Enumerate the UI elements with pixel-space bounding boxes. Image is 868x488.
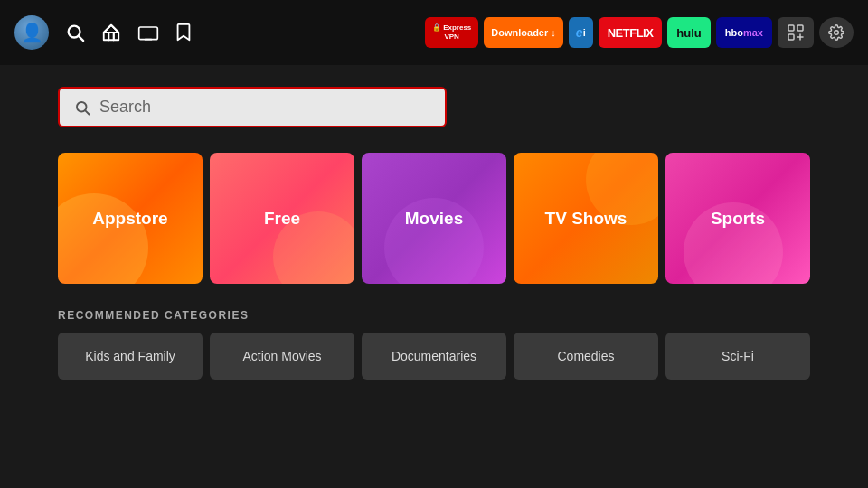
categories-row: Kids and Family Action Movies Documentar… xyxy=(58,333,810,380)
category-kids-and-family[interactable]: Kids and Family xyxy=(58,333,203,380)
category-action-movies-label: Action Movies xyxy=(242,349,321,363)
settings-badge[interactable] xyxy=(819,17,854,48)
tv-icon[interactable] xyxy=(137,23,159,42)
tile-sports-label: Sports xyxy=(711,209,765,229)
avatar[interactable]: 👤 xyxy=(14,15,49,50)
downloader-badge[interactable]: Downloader ↓ xyxy=(484,17,563,48)
search-nav-icon[interactable] xyxy=(65,23,85,42)
search-icon xyxy=(74,99,90,116)
user-icon: 👤 xyxy=(21,22,43,43)
tile-appstore-label: Appstore xyxy=(92,209,167,229)
grid-badge[interactable] xyxy=(778,17,814,48)
category-comedies-label: Comedies xyxy=(557,349,614,363)
category-kids-and-family-label: Kids and Family xyxy=(85,349,175,363)
recommended-section: RECOMMENDED CATEGORIES Kids and Family A… xyxy=(58,309,810,380)
search-placeholder-text: Search xyxy=(99,98,151,117)
svg-point-8 xyxy=(835,31,839,35)
nav-apps: 🔒 ExpressVPN Downloader ↓ ei NETFLIX hul… xyxy=(425,17,854,48)
main-content: Search Appstore Free Movies TV Shows Spo… xyxy=(0,65,868,398)
tile-appstore[interactable]: Appstore xyxy=(58,153,203,284)
home-icon[interactable] xyxy=(101,23,121,42)
recommended-label: RECOMMENDED CATEGORIES xyxy=(58,309,810,322)
category-documentaries-label: Documentaries xyxy=(392,349,476,363)
bookmark-icon[interactable] xyxy=(175,23,192,42)
expressvpn-badge[interactable]: 🔒 ExpressVPN xyxy=(425,17,478,48)
svg-rect-3 xyxy=(139,27,158,40)
netflix-badge[interactable]: NETFLIX xyxy=(599,17,663,48)
svg-line-10 xyxy=(85,110,89,114)
svg-rect-5 xyxy=(788,25,794,31)
svg-rect-2 xyxy=(104,33,119,40)
tile-free-label: Free xyxy=(264,209,300,229)
tile-free[interactable]: Free xyxy=(210,153,354,284)
tile-tvshows[interactable]: TV Shows xyxy=(514,153,658,284)
tile-movies-label: Movies xyxy=(405,209,463,229)
svg-rect-6 xyxy=(797,25,803,31)
top-nav: 👤 🔒 ExpressV xyxy=(0,0,868,65)
category-documentaries[interactable]: Documentaries xyxy=(362,333,506,380)
tile-sports[interactable]: Sports xyxy=(665,153,810,284)
tile-tvshows-label: TV Shows xyxy=(545,209,627,229)
category-sci-fi-label: Sci-Fi xyxy=(722,349,754,363)
tile-movies[interactable]: Movies xyxy=(362,153,506,284)
ei-badge[interactable]: ei xyxy=(569,17,593,48)
category-comedies[interactable]: Comedies xyxy=(514,333,658,380)
nav-left: 👤 xyxy=(14,15,192,50)
hulu-badge[interactable]: hulu xyxy=(667,17,710,48)
svg-line-1 xyxy=(79,36,83,41)
search-container: Search xyxy=(58,87,810,127)
svg-rect-7 xyxy=(788,34,794,40)
category-sci-fi[interactable]: Sci-Fi xyxy=(665,333,810,380)
search-box[interactable]: Search xyxy=(58,87,447,127)
tiles-row: Appstore Free Movies TV Shows Sports xyxy=(58,153,810,284)
hbomax-badge[interactable]: hbomax xyxy=(716,17,772,48)
category-action-movies[interactable]: Action Movies xyxy=(210,333,354,380)
